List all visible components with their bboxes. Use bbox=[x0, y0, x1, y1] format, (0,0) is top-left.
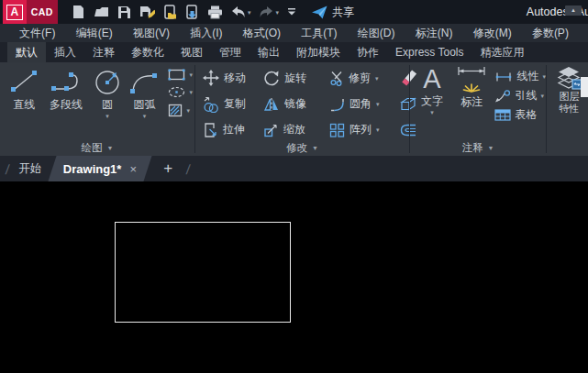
drawing-canvas[interactable] bbox=[0, 181, 588, 373]
new-tab-button[interactable]: + bbox=[163, 159, 172, 178]
copy-icon bbox=[203, 96, 219, 113]
modify-panel-footer[interactable]: 修改▼ bbox=[195, 140, 409, 156]
ribbon-tab-manage[interactable]: 管理 bbox=[211, 42, 250, 62]
arc-dropdown-caret[interactable]: ▾ bbox=[143, 113, 147, 119]
customize-qat-button[interactable] bbox=[287, 7, 296, 16]
ribbon-tab-home[interactable]: 默认 bbox=[7, 42, 46, 62]
dimension-button[interactable]: 标注 bbox=[449, 65, 494, 140]
array-button[interactable]: 阵列 ▾ bbox=[329, 122, 399, 137]
linear-dimension-icon bbox=[494, 71, 513, 82]
ellipse-button[interactable]: ▾ bbox=[168, 86, 193, 98]
redo-dropdown-caret[interactable]: ▾ bbox=[275, 9, 279, 16]
mirror-button[interactable]: 镜像 bbox=[263, 96, 329, 112]
share-button[interactable]: 共享 bbox=[312, 5, 354, 20]
layer-control-partial bbox=[581, 77, 588, 97]
modify-panel: 移动 旋转 修剪 ▾ 复制 镜像 bbox=[195, 62, 409, 156]
menu-bar: 文件(F) 编辑(E) 视图(V) 插入(I) 格式(O) 工具(T) 绘图(D… bbox=[0, 24, 588, 42]
leader-icon bbox=[494, 90, 511, 103]
menu-tools[interactable]: 工具(T) bbox=[301, 26, 337, 41]
menu-modify[interactable]: 修改(M) bbox=[473, 26, 512, 41]
fillet-button[interactable]: 圆角 ▾ bbox=[329, 96, 399, 112]
fillet-icon bbox=[329, 97, 345, 112]
tab-close-icon[interactable]: × bbox=[130, 162, 138, 176]
stretch-button[interactable]: 拉伸 bbox=[203, 122, 263, 138]
array-icon bbox=[329, 123, 345, 137]
ribbon-tab-parametric[interactable]: 参数化 bbox=[123, 42, 172, 62]
text-icon: A bbox=[423, 65, 440, 93]
ribbon-tab-express-tools[interactable]: Express Tools bbox=[387, 42, 472, 62]
customize-caret-icon bbox=[287, 7, 296, 16]
ribbon-tab-addins[interactable]: 附加模块 bbox=[288, 42, 349, 62]
rotate-button[interactable]: 旋转 bbox=[263, 70, 329, 86]
menu-view[interactable]: 视图(V) bbox=[133, 26, 170, 41]
ribbon-tab-view[interactable]: 视图 bbox=[172, 42, 211, 62]
ribbon-tab-output[interactable]: 输出 bbox=[250, 42, 288, 62]
move-icon bbox=[203, 70, 219, 86]
hatch-dropdown-caret[interactable]: ▾ bbox=[186, 107, 190, 114]
tab-separator: / bbox=[5, 161, 10, 177]
copy-button[interactable]: 复制 bbox=[203, 96, 263, 113]
stretch-icon bbox=[203, 122, 218, 138]
array-dropdown-caret[interactable]: ▾ bbox=[376, 126, 380, 133]
arc-button[interactable]: 圆弧 ▾ bbox=[125, 66, 163, 140]
app-menu-button[interactable]: A CAD bbox=[3, 0, 58, 24]
ribbon-tab-annotate[interactable]: 注释 bbox=[84, 42, 123, 62]
trim-button[interactable]: 修剪 ▾ bbox=[329, 71, 399, 86]
hatch-button[interactable]: ▾ bbox=[168, 104, 193, 117]
mirror-icon bbox=[263, 97, 280, 112]
move-button[interactable]: 移动 bbox=[203, 70, 263, 86]
ribbon-collapse-button[interactable]: ▲ bbox=[565, 5, 582, 16]
undo-button[interactable] bbox=[231, 5, 246, 18]
file-tab-drawing1[interactable]: Drawing1* × bbox=[49, 156, 152, 181]
rectangle-button[interactable]: ▾ bbox=[168, 69, 193, 81]
draw-panel-footer[interactable]: 绘图▼ bbox=[0, 140, 194, 156]
save-as-button[interactable] bbox=[139, 5, 155, 19]
hatch-icon bbox=[168, 104, 183, 117]
annotate-panel-footer[interactable]: 注释▼ bbox=[410, 140, 546, 156]
new-file-button[interactable] bbox=[72, 5, 85, 19]
linear-dimension-button[interactable]: 线性 ▾ bbox=[494, 69, 546, 84]
menu-draw[interactable]: 绘图(D) bbox=[358, 26, 395, 41]
open-file-button[interactable] bbox=[94, 5, 109, 18]
open-folder-icon bbox=[94, 5, 109, 18]
ribbon-tab-featured-apps[interactable]: 精选应用 bbox=[472, 42, 532, 62]
leader-button[interactable]: 引线 ▾ bbox=[494, 88, 546, 104]
printer-icon bbox=[207, 5, 223, 19]
open-from-web-button[interactable] bbox=[163, 5, 177, 19]
autocad-logo-icon: A bbox=[3, 0, 27, 24]
menu-format[interactable]: 格式(O) bbox=[243, 26, 281, 41]
menu-edit[interactable]: 编辑(E) bbox=[76, 26, 113, 41]
file-tab-bar: / 开始 Drawing1* × + / bbox=[0, 156, 588, 181]
quick-access-toolbar: ▾ ▾ bbox=[72, 5, 296, 19]
trim-scissors-icon bbox=[329, 71, 344, 86]
save-button[interactable] bbox=[117, 5, 131, 19]
save-to-web-button[interactable] bbox=[185, 5, 199, 19]
leader-dropdown-caret[interactable]: ▾ bbox=[540, 93, 544, 99]
file-tab-start[interactable]: 开始 bbox=[15, 161, 45, 177]
table-button[interactable]: 表格 bbox=[494, 107, 546, 123]
share-label: 共享 bbox=[332, 5, 354, 20]
rectangle-dropdown-caret[interactable]: ▾ bbox=[189, 71, 193, 78]
undo-dropdown-caret[interactable]: ▾ bbox=[248, 9, 251, 16]
ribbon-tab-insert[interactable]: 插入 bbox=[46, 42, 84, 62]
redo-button[interactable] bbox=[259, 5, 273, 18]
menu-parametric[interactable]: 参数(P) bbox=[532, 26, 569, 41]
ribbon-tab-collaborate[interactable]: 协作 bbox=[349, 42, 387, 62]
ellipse-dropdown-caret[interactable]: ▾ bbox=[189, 89, 193, 95]
new-file-icon bbox=[72, 5, 85, 19]
polyline-button[interactable]: 多段线 bbox=[42, 66, 89, 140]
text-button[interactable]: A 文字 ▾ bbox=[415, 65, 449, 140]
menu-insert[interactable]: 插入(I) bbox=[190, 26, 222, 41]
drawn-rectangle[interactable] bbox=[115, 222, 291, 323]
circle-dropdown-caret[interactable]: ▾ bbox=[105, 113, 109, 119]
fillet-dropdown-caret[interactable]: ▾ bbox=[376, 101, 380, 107]
menu-dimension[interactable]: 标注(N) bbox=[416, 26, 453, 41]
plot-button[interactable] bbox=[207, 5, 223, 19]
text-dropdown-caret[interactable]: ▾ bbox=[430, 109, 434, 115]
menu-file[interactable]: 文件(F) bbox=[19, 26, 55, 41]
line-button[interactable]: 直线 bbox=[6, 66, 42, 140]
circle-button[interactable]: 圆 ▾ bbox=[90, 66, 126, 140]
tab-separator: / bbox=[185, 161, 191, 177]
trim-dropdown-caret[interactable]: ▾ bbox=[375, 75, 379, 82]
scale-button[interactable]: 缩放 bbox=[263, 122, 329, 137]
